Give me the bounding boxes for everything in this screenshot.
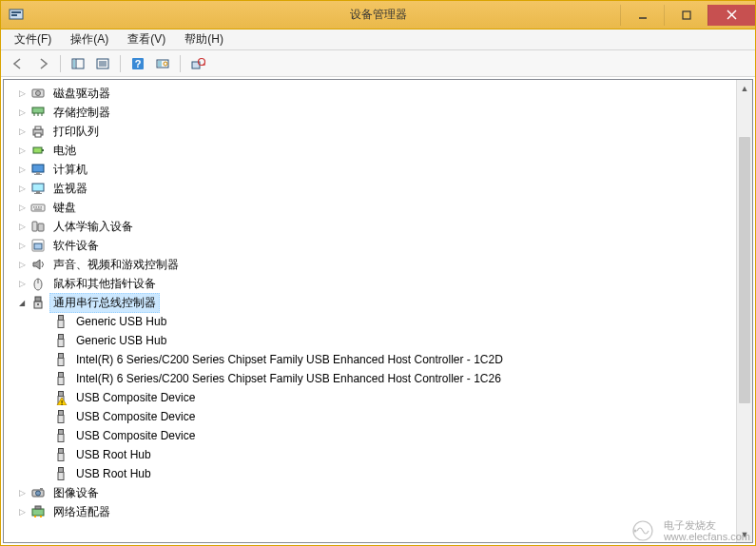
tree-item[interactable]: USB Composite Device (8, 426, 736, 445)
tree-item-label: Intel(R) 6 Series/C200 Series Chipset Fa… (72, 370, 505, 387)
svg-rect-30 (32, 165, 44, 172)
svg-point-50 (37, 303, 39, 305)
menu-view[interactable]: 查看(V) (120, 29, 173, 49)
expand-icon[interactable]: ▷ (15, 144, 29, 157)
menu-file[interactable]: 文件(F) (7, 29, 59, 49)
tree-item-label: USB Root Hub (72, 465, 155, 482)
usb-controller-icon (30, 295, 46, 310)
expand-icon[interactable]: ▷ (15, 163, 29, 176)
expand-icon[interactable]: ▷ (15, 106, 29, 119)
close-button[interactable] (708, 5, 755, 26)
svg-text:!: ! (61, 400, 63, 406)
expand-icon[interactable]: ▷ (15, 201, 29, 214)
usb-hub-icon (53, 371, 68, 386)
tree-item[interactable]: ◢通用串行总线控制器 (8, 293, 736, 312)
usb-device-icon (53, 409, 68, 424)
tree-item-label: 软件设备 (49, 236, 103, 256)
expand-icon[interactable]: ▷ (15, 220, 29, 233)
tree-item-label: 磁盘驱动器 (49, 84, 114, 104)
svg-rect-63 (58, 416, 64, 423)
svg-point-23 (36, 91, 41, 96)
tree-item[interactable]: ▷声音、视频和游戏控制器 (8, 255, 736, 274)
svg-rect-69 (58, 473, 64, 480)
svg-rect-73 (32, 509, 44, 516)
content-area: ▷磁盘驱动器▷存储控制器▷打印队列▷电池▷计算机▷监视器▷键盘▷人体学输入设备▷… (3, 79, 753, 543)
svg-rect-51 (59, 316, 64, 321)
svg-rect-31 (36, 172, 40, 174)
tree-item[interactable]: ▷图像设备 (8, 483, 736, 502)
menu-help[interactable]: 帮助(H) (177, 29, 231, 49)
help-button[interactable]: ? (126, 53, 149, 74)
svg-rect-68 (59, 468, 64, 473)
expand-icon[interactable]: ▷ (15, 182, 29, 195)
device-tree[interactable]: ▷磁盘驱动器▷存储控制器▷打印队列▷电池▷计算机▷监视器▷键盘▷人体学输入设备▷… (4, 80, 736, 542)
svg-rect-2 (11, 14, 17, 16)
device-manager-window: 设备管理器 文件(F) 操作(A) 查看(V) 帮助(H) (0, 0, 756, 546)
svg-rect-53 (59, 335, 64, 340)
svg-rect-24 (32, 107, 44, 113)
tree-item[interactable]: ▷人体学输入设备 (8, 217, 736, 236)
tree-item-label: 网络适配器 (49, 502, 114, 522)
minimize-button[interactable] (620, 5, 664, 26)
tree-item-label: 计算机 (49, 160, 91, 180)
expander-none (38, 391, 51, 404)
expand-icon[interactable]: ▷ (15, 87, 29, 100)
expand-icon[interactable]: ▷ (15, 277, 29, 290)
tree-item[interactable]: Intel(R) 6 Series/C200 Series Chipset Fa… (8, 350, 736, 369)
expander-none (38, 467, 51, 480)
expander-none (38, 334, 51, 347)
svg-rect-26 (35, 127, 41, 129)
svg-rect-64 (59, 430, 64, 435)
battery-icon (30, 143, 46, 158)
tree-item[interactable]: ▷监视器 (8, 179, 736, 198)
scroll-down-button[interactable]: ▼ (737, 526, 752, 542)
tree-item[interactable]: ▷键盘 (8, 198, 736, 217)
show-hide-tree-button[interactable] (67, 53, 89, 74)
svg-rect-62 (59, 411, 64, 416)
scroll-thumb[interactable] (739, 137, 750, 403)
maximize-button[interactable] (664, 5, 708, 26)
properties-button[interactable] (91, 53, 114, 74)
scan-hardware-button[interactable] (151, 53, 174, 74)
expander-none (38, 448, 51, 461)
tree-item-label: Generic USB Hub (72, 313, 170, 330)
usb-device-warning-icon: ! (53, 390, 68, 405)
keyboard-icon (30, 200, 46, 215)
expand-icon[interactable]: ▷ (15, 239, 29, 252)
expand-icon[interactable]: ▷ (15, 125, 29, 138)
scroll-up-button[interactable]: ▲ (737, 80, 752, 96)
menu-action[interactable]: 操作(A) (63, 29, 116, 49)
tree-item[interactable]: Generic USB Hub (8, 312, 736, 331)
tree-item[interactable]: ▷存储控制器 (8, 103, 736, 122)
tree-item[interactable]: ▷网络适配器 (8, 502, 736, 521)
software-device-icon (30, 238, 46, 253)
tree-item[interactable]: !USB Composite Device (8, 388, 736, 407)
expander-none (38, 429, 51, 442)
expand-icon[interactable]: ▷ (15, 258, 29, 271)
expand-icon[interactable]: ▷ (15, 505, 29, 518)
tree-item[interactable]: ▷鼠标和其他指针设备 (8, 274, 736, 293)
tree-item[interactable]: USB Composite Device (8, 407, 736, 426)
tree-item[interactable]: ▷电池 (8, 141, 736, 160)
tree-item-label: 人体学输入设备 (49, 217, 137, 237)
titlebar[interactable]: 设备管理器 (1, 1, 755, 29)
tree-item[interactable]: Generic USB Hub (8, 331, 736, 350)
expand-icon[interactable]: ▷ (15, 486, 29, 499)
printer-icon (30, 124, 46, 139)
forward-button[interactable] (31, 53, 54, 74)
tree-item[interactable]: ▷软件设备 (8, 236, 736, 255)
svg-rect-4 (683, 11, 690, 19)
window-title: 设备管理器 (350, 7, 407, 23)
usb-device-icon (53, 428, 68, 443)
tree-item[interactable]: USB Root Hub (8, 464, 736, 483)
tree-item[interactable]: USB Root Hub (8, 445, 736, 464)
tree-item[interactable]: ▷打印队列 (8, 122, 736, 141)
back-button[interactable] (7, 53, 29, 74)
vertical-scrollbar[interactable]: ▲ ▼ (736, 80, 752, 542)
tree-item[interactable]: ▷磁盘驱动器 (8, 84, 736, 103)
tree-item[interactable]: Intel(R) 6 Series/C200 Series Chipset Fa… (8, 369, 736, 388)
collapse-icon[interactable]: ◢ (15, 296, 29, 309)
tree-item[interactable]: ▷计算机 (8, 160, 736, 179)
scan-changes-button[interactable] (186, 53, 209, 74)
svg-rect-39 (38, 206, 40, 208)
